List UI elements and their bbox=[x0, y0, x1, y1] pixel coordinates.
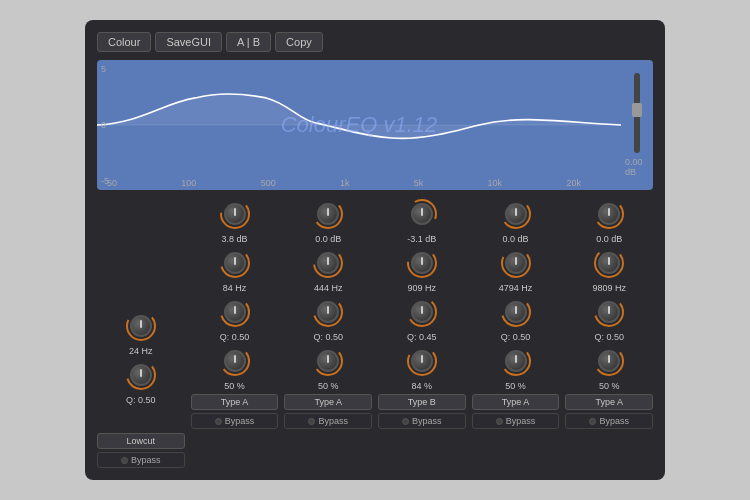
channel-2: 3.8 dB 84 Hz Q: 0.50 50 % Type A Bypass bbox=[191, 198, 279, 468]
eq-gain-slider: 0.00 dB bbox=[621, 60, 653, 190]
ch6-gain-knob-ring[interactable] bbox=[593, 198, 625, 230]
ch6-freq-label: 9809 Hz bbox=[592, 283, 626, 293]
ch3-type-button[interactable]: Type A bbox=[284, 394, 372, 410]
ch5-gain-knob[interactable] bbox=[505, 203, 527, 225]
ch2-mix-knob-ring[interactable] bbox=[219, 345, 251, 377]
ch2-gain-knob[interactable] bbox=[224, 203, 246, 225]
ch5-mix-label: 50 % bbox=[505, 381, 526, 391]
eq-graph[interactable]: 5 0 -5 ColourEQ v1.12 50 100 500 1k 5k 1… bbox=[97, 60, 621, 190]
ch4-freq-label: 909 Hz bbox=[408, 283, 437, 293]
ch2-q-knob-ring[interactable] bbox=[219, 296, 251, 328]
ch5-gain-label: 0.0 dB bbox=[503, 234, 529, 244]
copy-button[interactable]: Copy bbox=[275, 32, 323, 52]
plugin-container: Colour SaveGUI A | B Copy 5 0 -5 ColourE… bbox=[85, 20, 665, 480]
ch4-mix-label: 84 % bbox=[412, 381, 433, 391]
ch2-freq-knob-ring[interactable] bbox=[219, 247, 251, 279]
ch1-q-label: Q: 0.50 bbox=[126, 395, 156, 405]
ch6-bypass-led bbox=[589, 418, 596, 425]
ch5-bypass-button[interactable]: Bypass bbox=[472, 413, 560, 429]
ch1-freq-label: 24 Hz bbox=[129, 346, 153, 356]
ch3-freq-knob[interactable] bbox=[317, 252, 339, 274]
ch2-freq-label: 84 Hz bbox=[223, 283, 247, 293]
ch3-mix-knob-ring[interactable] bbox=[312, 345, 344, 377]
ch1-q-knob-ring[interactable] bbox=[125, 359, 157, 391]
ch1-freq-knob[interactable] bbox=[130, 315, 152, 337]
ch1-freq-knob-ring[interactable] bbox=[125, 310, 157, 342]
ch5-gain-knob-ring[interactable] bbox=[500, 198, 532, 230]
ch6-freq-knob-ring[interactable] bbox=[593, 247, 625, 279]
ab-button[interactable]: A | B bbox=[226, 32, 271, 52]
ch2-mix-label: 50 % bbox=[224, 381, 245, 391]
ch5-type-button[interactable]: Type A bbox=[472, 394, 560, 410]
ch3-mix-label: 50 % bbox=[318, 381, 339, 391]
eq-curve-svg bbox=[97, 60, 621, 190]
ch4-q-knob-ring[interactable] bbox=[406, 296, 438, 328]
ch2-type-button[interactable]: Type A bbox=[191, 394, 279, 410]
ch2-q-label: Q: 0.50 bbox=[220, 332, 250, 342]
ch3-gain-label: 0.0 dB bbox=[315, 234, 341, 244]
ch3-bypass-button[interactable]: Bypass bbox=[284, 413, 372, 429]
ch4-bypass-led bbox=[402, 418, 409, 425]
ch2-q-knob[interactable] bbox=[224, 301, 246, 323]
ch3-q-label: Q: 0.50 bbox=[313, 332, 343, 342]
colour-button[interactable]: Colour bbox=[97, 32, 151, 52]
eq-db-labels: 5 0 -5 bbox=[101, 60, 109, 190]
channels-container: 24 Hz Q: 0.50 Lowcut Bypass 3.8 dB bbox=[97, 198, 653, 468]
ch3-bypass-led bbox=[308, 418, 315, 425]
gain-slider-track[interactable] bbox=[634, 73, 640, 153]
ch1-bypass-led bbox=[121, 457, 128, 464]
ch3-mix-knob[interactable] bbox=[317, 350, 339, 372]
ch5-freq-knob-ring[interactable] bbox=[500, 247, 532, 279]
ch4-gain-knob-ring[interactable] bbox=[406, 198, 438, 230]
ch2-bypass-led bbox=[215, 418, 222, 425]
ch5-q-label: Q: 0.50 bbox=[501, 332, 531, 342]
ch2-gain-label: 3.8 dB bbox=[221, 234, 247, 244]
ch4-mix-knob[interactable] bbox=[411, 350, 433, 372]
gain-slider-thumb[interactable] bbox=[632, 103, 642, 117]
ch4-gain-knob[interactable] bbox=[411, 203, 433, 225]
ch4-q-label: Q: 0.45 bbox=[407, 332, 437, 342]
gain-value: 0.00 dB bbox=[625, 157, 649, 177]
ch1-bypass-button[interactable]: Bypass bbox=[97, 452, 185, 468]
ch6-q-label: Q: 0.50 bbox=[594, 332, 624, 342]
savegui-button[interactable]: SaveGUI bbox=[155, 32, 222, 52]
channel-3: 0.0 dB 444 Hz Q: 0.50 50 % Type A Bypass bbox=[284, 198, 372, 468]
ch2-freq-knob[interactable] bbox=[224, 252, 246, 274]
ch6-bypass-button[interactable]: Bypass bbox=[565, 413, 653, 429]
channel-1: 24 Hz Q: 0.50 Lowcut Bypass bbox=[97, 198, 185, 468]
ch6-q-knob-ring[interactable] bbox=[593, 296, 625, 328]
ch3-freq-knob-ring[interactable] bbox=[312, 247, 344, 279]
ch3-q-knob-ring[interactable] bbox=[312, 296, 344, 328]
ch1-type-button[interactable]: Lowcut bbox=[97, 433, 185, 449]
ch2-bypass-button[interactable]: Bypass bbox=[191, 413, 279, 429]
ch2-gain-knob-ring[interactable] bbox=[219, 198, 251, 230]
ch5-q-knob-ring[interactable] bbox=[500, 296, 532, 328]
ch5-mix-knob-ring[interactable] bbox=[500, 345, 532, 377]
ch1-q-knob[interactable] bbox=[130, 364, 152, 386]
ch5-bypass-led bbox=[496, 418, 503, 425]
ch6-mix-knob-ring[interactable] bbox=[593, 345, 625, 377]
channel-5: 0.0 dB 4794 Hz Q: 0.50 50 % Type A Bypas… bbox=[472, 198, 560, 468]
ch5-freq-knob[interactable] bbox=[505, 252, 527, 274]
ch4-mix-knob-ring[interactable] bbox=[406, 345, 438, 377]
ch4-gain-label: -3.1 dB bbox=[407, 234, 436, 244]
ch4-freq-knob-ring[interactable] bbox=[406, 247, 438, 279]
ch6-mix-label: 50 % bbox=[599, 381, 620, 391]
ch6-type-button[interactable]: Type A bbox=[565, 394, 653, 410]
ch3-gain-knob-ring[interactable] bbox=[312, 198, 344, 230]
ch4-type-button[interactable]: Type B bbox=[378, 394, 466, 410]
ch5-freq-label: 4794 Hz bbox=[499, 283, 533, 293]
eq-display: 5 0 -5 ColourEQ v1.12 50 100 500 1k 5k 1… bbox=[97, 60, 653, 190]
ch2-mix-knob[interactable] bbox=[224, 350, 246, 372]
ch3-gain-knob[interactable] bbox=[317, 203, 339, 225]
ch5-mix-knob[interactable] bbox=[505, 350, 527, 372]
ch4-freq-knob[interactable] bbox=[411, 252, 433, 274]
ch4-q-knob[interactable] bbox=[411, 301, 433, 323]
ch3-q-knob[interactable] bbox=[317, 301, 339, 323]
ch3-freq-label: 444 Hz bbox=[314, 283, 343, 293]
eq-freq-labels: 50 100 500 1k 5k 10k 20k bbox=[107, 178, 581, 188]
ch5-q-knob[interactable] bbox=[505, 301, 527, 323]
ch4-bypass-button[interactable]: Bypass bbox=[378, 413, 466, 429]
toolbar: Colour SaveGUI A | B Copy bbox=[97, 32, 653, 52]
channel-4: -3.1 dB 909 Hz Q: 0.45 84 % Type B Bypas… bbox=[378, 198, 466, 468]
